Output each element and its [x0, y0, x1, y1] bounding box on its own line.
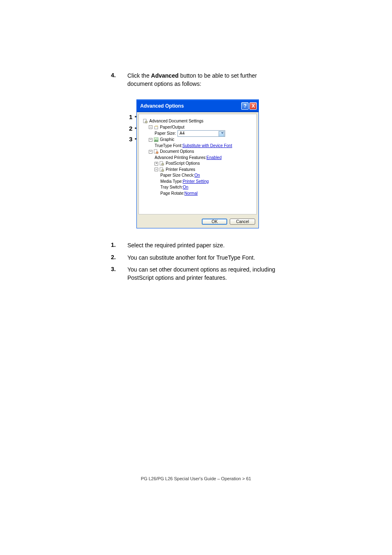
tree-paper-output[interactable]: − Paper/Output	[143, 124, 252, 131]
callout-column: 1 2 3	[129, 99, 136, 143]
tree-root-label: Advanced Document Settings	[149, 118, 203, 124]
dialog-footer: OK Cancel	[137, 216, 258, 228]
tree-printer-features-label: Printer Features	[166, 167, 195, 173]
settings-tree: Advanced Document Settings − Paper/Outpu…	[143, 118, 252, 196]
adv-print-value[interactable]: Enabled	[207, 155, 222, 161]
sub-step-2-text: You can substitute another font for True…	[127, 254, 255, 262]
step-4-number: 4.	[111, 72, 127, 88]
sub-step-3-text: You can set other document options as re…	[127, 266, 281, 282]
tree-graphic-label: Graphic	[160, 137, 174, 143]
dialog-titlebar[interactable]: Advanced Options ? X	[137, 100, 258, 112]
postscript-icon	[159, 161, 164, 166]
sub-step-1-text: Select the required printed paper size.	[127, 242, 225, 250]
page-rotate-value[interactable]: Normal	[184, 191, 198, 197]
sub-step-1-num: 1.	[111, 242, 127, 250]
svg-point-4	[155, 138, 156, 139]
tree-paper-output-label: Paper/Output	[160, 124, 184, 131]
paper-size-value: A4	[180, 131, 184, 137]
tree-postscript[interactable]: + PostScript Options	[143, 161, 252, 167]
sub-steps: 1. Select the required printed paper siz…	[111, 242, 281, 282]
callout-3: 3	[129, 135, 136, 143]
titlebar-buttons: ? X	[241, 102, 257, 110]
collapse-icon[interactable]: −	[154, 168, 158, 171]
callout-2-num: 2	[129, 125, 132, 132]
sub-step-1: 1. Select the required printed paper siz…	[111, 242, 281, 250]
graphic-icon	[154, 137, 159, 142]
tree-media-type[interactable]: Media Type: Printer Setting	[143, 179, 252, 185]
dialog-title: Advanced Options	[140, 103, 184, 109]
tree-adv-print[interactable]: Advanced Printing Features: Enabled	[143, 155, 252, 161]
step-4-text-prefix: Click the	[127, 72, 151, 79]
chevron-down-icon	[221, 132, 224, 134]
callout-2: 2	[129, 124, 136, 132]
tree-graphic[interactable]: − Graphic	[143, 137, 252, 143]
collapse-icon[interactable]: −	[149, 125, 152, 129]
paper-check-value[interactable]: On	[194, 173, 200, 179]
tree-paper-size[interactable]: Paper Size: A4	[143, 130, 252, 137]
help-button[interactable]: ?	[241, 102, 249, 110]
step-4-text: Click the Advanced button to be able to …	[127, 72, 281, 88]
callout-1: 1	[129, 113, 136, 121]
expand-icon[interactable]: +	[154, 162, 158, 166]
svg-point-6	[156, 152, 159, 154]
sub-step-2: 2. You can substitute another font for T…	[111, 254, 281, 262]
tray-switch-label: Tray Switch:	[160, 184, 183, 191]
ok-button[interactable]: OK	[202, 219, 227, 225]
close-button[interactable]: X	[249, 102, 257, 110]
svg-point-8	[161, 163, 164, 166]
paper-icon	[154, 125, 159, 130]
media-type-value[interactable]: Printer Setting	[183, 179, 209, 185]
adv-print-label: Advanced Printing Features:	[154, 155, 206, 161]
paper-check-label: Paper Size Check:	[160, 173, 194, 179]
tree-root[interactable]: Advanced Document Settings	[143, 118, 252, 124]
collapse-icon[interactable]: −	[149, 150, 152, 154]
page-footer: PG L26/PG L26 Special User's Guide – Ope…	[0, 476, 392, 481]
paper-size-label: Paper Size:	[154, 131, 176, 137]
collapse-icon[interactable]: −	[149, 138, 152, 142]
sub-step-2-num: 2.	[111, 254, 127, 262]
tree-doc-options-label: Document Options	[160, 149, 194, 155]
doc-options-icon	[154, 149, 159, 154]
svg-point-1	[145, 121, 148, 123]
advanced-options-dialog: Advanced Options ? X Advanced Document S…	[136, 99, 259, 228]
settings-icon	[143, 119, 148, 124]
tree-printer-features[interactable]: − Printer Features	[143, 167, 252, 173]
cancel-button[interactable]: Cancel	[230, 219, 255, 225]
step-4-text-bold: Advanced	[151, 72, 179, 79]
tray-switch-value[interactable]: On	[183, 184, 188, 191]
svg-rect-2	[154, 127, 158, 129]
paper-size-select[interactable]: A4	[178, 130, 225, 137]
printer-features-icon	[159, 167, 164, 172]
step-4: 4. Click the Advanced button to be able …	[111, 72, 281, 88]
media-type-label: Media Type:	[160, 179, 182, 185]
tree-tray-switch[interactable]: Tray Switch: On	[143, 184, 252, 191]
dialog-body: Advanced Document Settings − Paper/Outpu…	[138, 114, 257, 214]
sub-step-3-num: 3.	[111, 266, 127, 282]
page-rotate-label: Page Rotate:	[160, 191, 184, 197]
callout-1-num: 1	[129, 113, 132, 120]
sub-step-3: 3. You can set other document options as…	[111, 266, 281, 282]
truetype-value[interactable]: Substitute with Device Font	[182, 143, 232, 149]
svg-point-10	[161, 169, 164, 172]
tree-doc-options[interactable]: − Document Options	[143, 149, 252, 155]
tree-truetype[interactable]: TrueType Font: Substitute with Device Fo…	[143, 143, 252, 149]
tree-postscript-label: PostScript Options	[166, 161, 200, 167]
callout-3-num: 3	[129, 136, 132, 143]
tree-paper-check[interactable]: Paper Size Check: On	[143, 173, 252, 179]
truetype-label: TrueType Font:	[154, 143, 182, 149]
dialog-illustration: 1 2 3 Advanced Options ? X	[129, 99, 281, 228]
tree-page-rotate[interactable]: Page Rotate: Normal	[143, 191, 252, 197]
